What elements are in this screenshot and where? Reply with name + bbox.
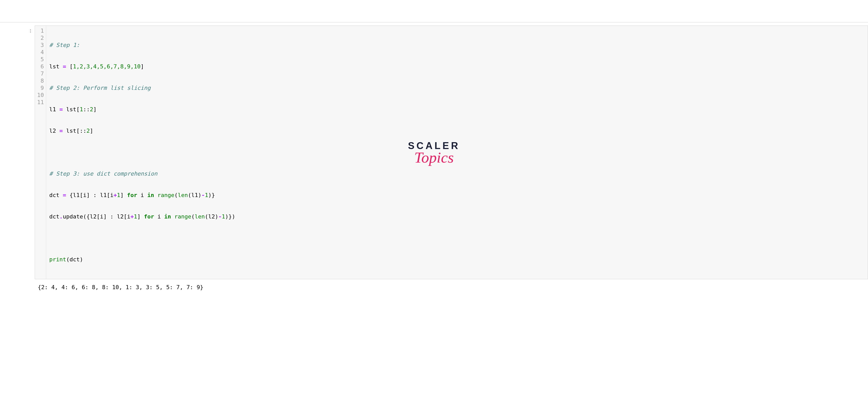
code-content[interactable]: # Step 1: lst = [1,2,3,4,5,6,7,8,9,10] #… (46, 26, 238, 279)
line-number: 1 (35, 27, 44, 34)
line-number: 9 (35, 85, 44, 92)
line-number: 6 (35, 63, 44, 70)
cell-output: {2: 4, 4: 6, 6: 8, 8: 10, 1: 3, 3: 5, 5:… (38, 284, 868, 291)
code-line: dct.update({l2[i] : l2[i+1] for i in ran… (49, 213, 235, 220)
code-line: l1 = lst[1::2] (49, 106, 235, 113)
code-line: l2 = lst[::2] (49, 127, 235, 134)
line-number: 11 (35, 99, 44, 106)
code-line (49, 149, 235, 156)
line-number: 8 (35, 77, 44, 85)
code-line: # Step 2: Perform list slicing (49, 85, 235, 92)
input-prompt: : (0, 26, 35, 279)
line-number: 5 (35, 56, 44, 63)
code-line (49, 234, 235, 242)
line-number: 3 (35, 41, 44, 49)
line-number-gutter: 1 2 3 4 5 6 7 8 9 10 11 (35, 26, 46, 279)
code-line: lst = [1,2,3,4,5,6,7,8,9,10] (49, 63, 235, 70)
line-number: 7 (35, 70, 44, 77)
code-line: # Step 3: use dict comprehension (49, 170, 235, 178)
logo-text-topics: Topics (408, 150, 460, 165)
code-line: print(dct) (49, 256, 235, 263)
line-number: 2 (35, 34, 44, 41)
scaler-topics-logo: SCALER Topics (408, 140, 460, 165)
code-line: dct = {l1[i] : l1[i+1] for i in range(le… (49, 192, 235, 199)
code-line: # Step 1: (49, 41, 235, 49)
line-number: 4 (35, 49, 44, 56)
line-number: 10 (35, 92, 44, 99)
